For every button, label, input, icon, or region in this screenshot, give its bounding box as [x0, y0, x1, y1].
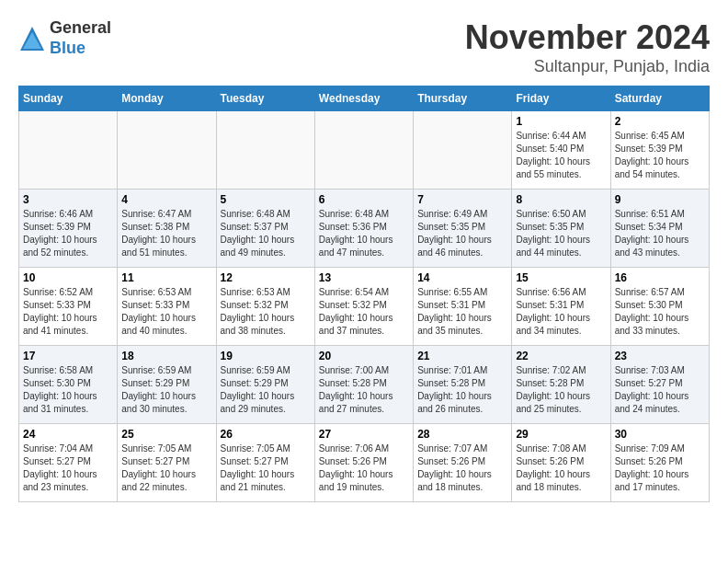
- calendar-cell: 25Sunrise: 7:05 AM Sunset: 5:27 PM Dayli…: [118, 424, 216, 502]
- day-info: Sunrise: 6:57 AM Sunset: 5:30 PM Dayligh…: [615, 286, 705, 338]
- weekday-header-saturday: Saturday: [610, 86, 709, 111]
- day-info: Sunrise: 6:55 AM Sunset: 5:31 PM Dayligh…: [417, 286, 507, 338]
- day-number: 25: [121, 428, 211, 441]
- day-number: 13: [319, 271, 409, 284]
- calendar-cell: 28Sunrise: 7:07 AM Sunset: 5:26 PM Dayli…: [414, 424, 512, 502]
- day-info: Sunrise: 7:07 AM Sunset: 5:26 PM Dayligh…: [417, 442, 507, 494]
- calendar-cell: 23Sunrise: 7:03 AM Sunset: 5:27 PM Dayli…: [610, 346, 709, 424]
- day-number: 14: [417, 271, 507, 284]
- day-number: 26: [221, 428, 311, 441]
- calendar-header: SundayMondayTuesdayWednesdayThursdayFrid…: [19, 86, 710, 111]
- day-info: Sunrise: 6:48 AM Sunset: 5:37 PM Dayligh…: [221, 208, 311, 259]
- calendar-cell: [118, 111, 216, 190]
- calendar-cell: 1Sunrise: 6:44 AM Sunset: 5:40 PM Daylig…: [512, 111, 610, 190]
- calendar-cell: 2Sunrise: 6:45 AM Sunset: 5:39 PM Daylig…: [610, 111, 709, 190]
- logo-blue: Blue: [50, 39, 85, 57]
- day-number: 1: [516, 115, 606, 128]
- day-number: 6: [319, 193, 409, 206]
- day-info: Sunrise: 6:56 AM Sunset: 5:31 PM Dayligh…: [516, 286, 606, 338]
- calendar-week-1: 1Sunrise: 6:44 AM Sunset: 5:40 PM Daylig…: [19, 111, 710, 190]
- day-info: Sunrise: 7:02 AM Sunset: 5:28 PM Dayligh…: [516, 364, 606, 416]
- weekday-header-tuesday: Tuesday: [216, 86, 314, 111]
- day-info: Sunrise: 6:58 AM Sunset: 5:30 PM Dayligh…: [23, 364, 113, 416]
- title-block: November 2024 Sultanpur, Punjab, India: [465, 18, 710, 76]
- day-number: 19: [221, 350, 311, 362]
- month-title: November 2024: [465, 18, 710, 57]
- day-number: 9: [615, 193, 705, 206]
- day-info: Sunrise: 7:01 AM Sunset: 5:28 PM Dayligh…: [417, 364, 507, 416]
- day-number: 7: [417, 193, 507, 206]
- calendar-week-4: 17Sunrise: 6:58 AM Sunset: 5:30 PM Dayli…: [19, 346, 710, 424]
- day-info: Sunrise: 6:53 AM Sunset: 5:32 PM Dayligh…: [221, 286, 311, 338]
- day-info: Sunrise: 7:03 AM Sunset: 5:27 PM Dayligh…: [615, 364, 705, 416]
- day-info: Sunrise: 7:08 AM Sunset: 5:26 PM Dayligh…: [516, 442, 606, 494]
- day-number: 30: [615, 428, 705, 441]
- calendar-cell: 9Sunrise: 6:51 AM Sunset: 5:34 PM Daylig…: [610, 190, 709, 268]
- calendar-cell: 3Sunrise: 6:46 AM Sunset: 5:39 PM Daylig…: [19, 190, 118, 268]
- day-info: Sunrise: 6:45 AM Sunset: 5:39 PM Dayligh…: [615, 130, 705, 181]
- day-number: 17: [23, 350, 113, 362]
- calendar-cell: 7Sunrise: 6:49 AM Sunset: 5:35 PM Daylig…: [414, 190, 512, 268]
- calendar-table: SundayMondayTuesdayWednesdayThursdayFrid…: [18, 86, 710, 502]
- day-number: 27: [319, 428, 409, 441]
- logo-general: General: [50, 18, 111, 37]
- calendar-week-3: 10Sunrise: 6:52 AM Sunset: 5:33 PM Dayli…: [19, 268, 710, 346]
- day-number: 5: [221, 193, 311, 206]
- day-info: Sunrise: 7:00 AM Sunset: 5:28 PM Dayligh…: [319, 364, 409, 416]
- day-number: 2: [615, 115, 705, 128]
- day-info: Sunrise: 6:49 AM Sunset: 5:35 PM Dayligh…: [417, 208, 507, 259]
- day-info: Sunrise: 6:59 AM Sunset: 5:29 PM Dayligh…: [221, 364, 311, 416]
- calendar-cell: 24Sunrise: 7:04 AM Sunset: 5:27 PM Dayli…: [19, 424, 118, 502]
- day-number: 29: [516, 428, 606, 441]
- logo-icon: [18, 25, 46, 52]
- calendar-cell: [216, 111, 314, 190]
- calendar-week-2: 3Sunrise: 6:46 AM Sunset: 5:39 PM Daylig…: [19, 190, 710, 268]
- day-number: 22: [516, 350, 606, 362]
- day-number: 11: [121, 271, 211, 284]
- calendar-cell: [19, 111, 118, 190]
- day-info: Sunrise: 6:53 AM Sunset: 5:33 PM Dayligh…: [121, 286, 211, 338]
- day-info: Sunrise: 6:52 AM Sunset: 5:33 PM Dayligh…: [23, 286, 113, 338]
- day-info: Sunrise: 6:54 AM Sunset: 5:32 PM Dayligh…: [319, 286, 409, 338]
- calendar-cell: 21Sunrise: 7:01 AM Sunset: 5:28 PM Dayli…: [414, 346, 512, 424]
- day-info: Sunrise: 6:59 AM Sunset: 5:29 PM Dayligh…: [121, 364, 211, 416]
- calendar-cell: 30Sunrise: 7:09 AM Sunset: 5:26 PM Dayli…: [610, 424, 709, 502]
- day-info: Sunrise: 7:04 AM Sunset: 5:27 PM Dayligh…: [23, 442, 113, 494]
- calendar-cell: 20Sunrise: 7:00 AM Sunset: 5:28 PM Dayli…: [314, 346, 413, 424]
- page-header: General Blue November 2024 Sultanpur, Pu…: [18, 18, 710, 76]
- logo-text: General Blue: [50, 18, 111, 58]
- calendar-cell: 4Sunrise: 6:47 AM Sunset: 5:38 PM Daylig…: [118, 190, 216, 268]
- calendar-cell: 5Sunrise: 6:48 AM Sunset: 5:37 PM Daylig…: [216, 190, 314, 268]
- weekday-header-wednesday: Wednesday: [314, 86, 413, 111]
- day-number: 16: [615, 271, 705, 284]
- day-number: 18: [121, 350, 211, 362]
- day-number: 8: [516, 193, 606, 206]
- day-info: Sunrise: 7:05 AM Sunset: 5:27 PM Dayligh…: [121, 442, 211, 494]
- calendar-cell: 15Sunrise: 6:56 AM Sunset: 5:31 PM Dayli…: [512, 268, 610, 346]
- calendar-cell: 11Sunrise: 6:53 AM Sunset: 5:33 PM Dayli…: [118, 268, 216, 346]
- day-info: Sunrise: 6:48 AM Sunset: 5:36 PM Dayligh…: [319, 208, 409, 259]
- day-info: Sunrise: 6:47 AM Sunset: 5:38 PM Dayligh…: [121, 208, 211, 259]
- day-number: 4: [121, 193, 211, 206]
- day-info: Sunrise: 7:05 AM Sunset: 5:27 PM Dayligh…: [221, 442, 311, 494]
- day-info: Sunrise: 7:06 AM Sunset: 5:26 PM Dayligh…: [319, 442, 409, 494]
- weekday-header-sunday: Sunday: [19, 86, 118, 111]
- day-info: Sunrise: 6:50 AM Sunset: 5:35 PM Dayligh…: [516, 208, 606, 259]
- calendar-cell: 17Sunrise: 6:58 AM Sunset: 5:30 PM Dayli…: [19, 346, 118, 424]
- location-subtitle: Sultanpur, Punjab, India: [465, 57, 710, 76]
- calendar-cell: 14Sunrise: 6:55 AM Sunset: 5:31 PM Dayli…: [414, 268, 512, 346]
- weekday-header-friday: Friday: [512, 86, 610, 111]
- day-number: 28: [417, 428, 507, 441]
- calendar-cell: 26Sunrise: 7:05 AM Sunset: 5:27 PM Dayli…: [216, 424, 314, 502]
- weekday-header-row: SundayMondayTuesdayWednesdayThursdayFrid…: [19, 86, 710, 111]
- calendar-cell: [414, 111, 512, 190]
- calendar-cell: 18Sunrise: 6:59 AM Sunset: 5:29 PM Dayli…: [118, 346, 216, 424]
- calendar-cell: 27Sunrise: 7:06 AM Sunset: 5:26 PM Dayli…: [314, 424, 413, 502]
- day-number: 23: [615, 350, 705, 362]
- calendar-body: 1Sunrise: 6:44 AM Sunset: 5:40 PM Daylig…: [19, 111, 710, 502]
- calendar-cell: 16Sunrise: 6:57 AM Sunset: 5:30 PM Dayli…: [610, 268, 709, 346]
- day-number: 20: [319, 350, 409, 362]
- day-info: Sunrise: 6:46 AM Sunset: 5:39 PM Dayligh…: [23, 208, 113, 259]
- day-info: Sunrise: 6:44 AM Sunset: 5:40 PM Dayligh…: [516, 130, 606, 181]
- calendar-cell: 8Sunrise: 6:50 AM Sunset: 5:35 PM Daylig…: [512, 190, 610, 268]
